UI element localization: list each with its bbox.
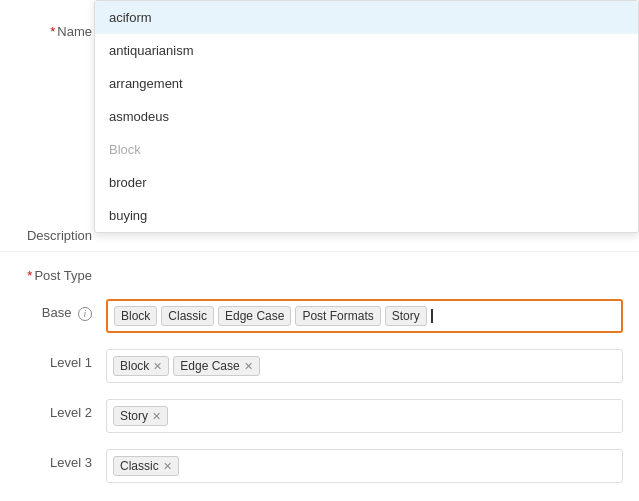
base-tag: Story [385, 306, 427, 326]
level1-row: Level 1 Block ✕Edge Case ✕ [0, 341, 639, 391]
form-container: *Name aciformantiquarianismarrangementas… [0, 0, 639, 501]
level2-tag: Story ✕ [113, 406, 168, 426]
dropdown-item[interactable]: aciform [95, 1, 638, 34]
text-cursor [431, 309, 433, 323]
dropdown-item[interactable]: asmodeus [95, 100, 638, 133]
dropdown-item[interactable]: broder [95, 166, 638, 199]
base-tag: Block [114, 306, 157, 326]
dropdown-overlay: aciformantiquarianismarrangementasmodeus… [94, 0, 639, 233]
base-tag: Edge Case [218, 306, 291, 326]
add-level-row: + Add Level [0, 491, 639, 501]
tag-remove[interactable]: ✕ [152, 411, 161, 422]
dropdown-item[interactable]: buying [95, 199, 638, 232]
tag-remove[interactable]: ✕ [244, 361, 253, 372]
level3-field: Classic ✕ [106, 449, 623, 483]
post-type-row: *Post Type [0, 252, 639, 291]
level2-label: Level 2 [16, 399, 106, 420]
post-type-label: *Post Type [16, 262, 106, 283]
base-row: Base i BlockClassicEdge CasePost Formats… [0, 291, 639, 341]
level2-field: Story ✕ [106, 399, 623, 433]
tag-remove[interactable]: ✕ [163, 461, 172, 472]
level3-tags-input[interactable]: Classic ✕ [106, 449, 623, 483]
level1-field: Block ✕Edge Case ✕ [106, 349, 623, 383]
base-field: BlockClassicEdge CasePost FormatsStory [106, 299, 623, 333]
base-tags-input[interactable]: BlockClassicEdge CasePost FormatsStory [106, 299, 623, 333]
level1-label: Level 1 [16, 349, 106, 370]
level2-row: Level 2 Story ✕ [0, 391, 639, 441]
dropdown-item[interactable]: arrangement [95, 67, 638, 100]
level2-tags-input[interactable]: Story ✕ [106, 399, 623, 433]
level1-tag: Edge Case ✕ [173, 356, 259, 376]
level3-label: Level 3 [16, 449, 106, 470]
level3-tag: Classic ✕ [113, 456, 179, 476]
tag-remove[interactable]: ✕ [153, 361, 162, 372]
base-info-icon[interactable]: i [78, 307, 92, 321]
post-type-required: * [27, 268, 32, 283]
base-tag: Post Formats [295, 306, 380, 326]
level3-row: Level 3 Classic ✕ [0, 441, 639, 491]
description-label: Description [16, 222, 106, 243]
level1-tags-input[interactable]: Block ✕Edge Case ✕ [106, 349, 623, 383]
dropdown-item: Block [95, 133, 638, 166]
name-label: *Name [16, 18, 106, 39]
base-tag: Classic [161, 306, 214, 326]
dropdown-item[interactable]: antiquarianism [95, 34, 638, 67]
level1-tag: Block ✕ [113, 356, 169, 376]
base-label: Base i [16, 299, 106, 321]
name-required: * [50, 24, 55, 39]
name-row: *Name aciformantiquarianismarrangementas… [0, 10, 639, 47]
